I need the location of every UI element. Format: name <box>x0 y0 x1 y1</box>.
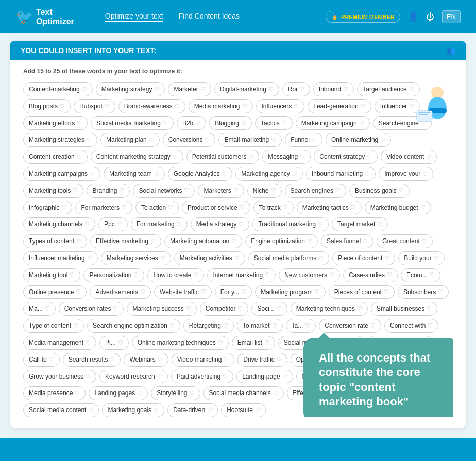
tag[interactable]: Social media channels♡ <box>203 386 284 400</box>
tag[interactable]: Marketing budget♡ <box>365 201 431 215</box>
tag[interactable]: Marketing techniques♡ <box>291 302 368 316</box>
tag[interactable]: Advertisements♡ <box>90 285 151 299</box>
tag[interactable]: Marketing success♡ <box>127 302 196 316</box>
tag[interactable]: Marketing tools♡ <box>23 184 83 198</box>
tag[interactable]: B2b♡ <box>177 116 206 130</box>
tag[interactable]: Improve your♡ <box>379 167 433 181</box>
tag[interactable]: Website traffic♡ <box>154 285 212 299</box>
tag[interactable]: Social media content♡ <box>23 403 99 417</box>
tag[interactable]: Pi...♡ <box>99 336 129 350</box>
tag[interactable]: Digital-marketing♡ <box>214 82 279 96</box>
tag[interactable]: Influencer♡ <box>375 99 420 113</box>
tag[interactable]: Hubspot♡ <box>74 99 115 113</box>
tag[interactable]: Marketing strategies♡ <box>23 133 97 147</box>
tag[interactable]: Soci...♡ <box>251 302 287 316</box>
tag[interactable]: Conversion rate♡ <box>319 319 381 333</box>
tag[interactable]: Content-creation♡ <box>23 150 88 164</box>
tag[interactable]: Roi♡ <box>282 82 310 96</box>
tag[interactable]: Online presence♡ <box>23 285 87 299</box>
tag[interactable]: Inbound marketing♡ <box>306 167 376 181</box>
tag[interactable]: Effective marketing♡ <box>90 234 161 248</box>
tag[interactable]: Media strategy♡ <box>191 217 250 231</box>
tag[interactable]: Marketing strategy♡ <box>96 82 165 96</box>
tag[interactable]: Landing-page♡ <box>236 370 293 384</box>
tag[interactable]: Type of content♡ <box>23 319 84 333</box>
tag[interactable]: Content marketing strategy♡ <box>91 150 183 164</box>
tag[interactable]: Branding♡ <box>87 184 130 198</box>
tag[interactable]: Google Analytics♡ <box>168 167 232 181</box>
tag[interactable]: How to create♡ <box>147 268 204 282</box>
tag[interactable]: Email-marketing♡ <box>218 133 282 147</box>
tag[interactable]: Ta...♡ <box>286 319 316 333</box>
tag[interactable]: Marketing services♡ <box>101 251 171 265</box>
tag[interactable]: Traditional marketing♡ <box>252 217 329 231</box>
tag[interactable]: Search-engine♡ <box>373 116 432 130</box>
tag[interactable]: To action♡ <box>135 201 179 215</box>
tag[interactable]: Piece of content♡ <box>332 251 395 265</box>
tag[interactable]: Target market♡ <box>332 217 388 231</box>
tag[interactable]: Webinars♡ <box>124 353 168 367</box>
tag[interactable]: Social networks♡ <box>133 184 195 198</box>
tag[interactable]: Email list♡ <box>232 336 275 350</box>
tag[interactable]: Marketing automation♡ <box>164 234 242 248</box>
logo[interactable]: 🐦 Text Optimizer <box>15 8 74 26</box>
nav-find-content[interactable]: Find Content Ideas <box>179 12 240 22</box>
tag[interactable]: Media presence♡ <box>23 386 86 400</box>
tag[interactable]: Search engines♡ <box>285 184 346 198</box>
tag[interactable]: Video marketing♡ <box>172 353 235 367</box>
tag[interactable]: Data-driven♡ <box>167 403 218 417</box>
tag[interactable]: Landing pages♡ <box>89 386 148 400</box>
tag[interactable]: Product or service♡ <box>182 201 250 215</box>
tag[interactable]: Ma...♡ <box>23 302 56 316</box>
tag[interactable]: Search results♡ <box>63 353 121 367</box>
tag[interactable]: Inbound♡ <box>313 82 354 96</box>
user-icon[interactable]: 👤 <box>408 12 418 22</box>
tag[interactable]: Online-marketing♡ <box>326 133 391 147</box>
tag[interactable]: Infographic♡ <box>23 201 72 215</box>
tag[interactable]: Video content♡ <box>381 150 437 164</box>
tag[interactable]: Build your♡ <box>398 251 444 265</box>
tag[interactable]: Brand-awareness♡ <box>118 99 185 113</box>
tag[interactable]: Subscribers♡ <box>398 285 449 299</box>
tag[interactable]: Messaging♡ <box>262 150 311 164</box>
tag[interactable]: Marketer♡ <box>168 82 211 96</box>
tag[interactable]: Marketing program♡ <box>255 285 326 299</box>
tag[interactable]: Engine optimization♡ <box>245 234 318 248</box>
tag[interactable]: Blog posts♡ <box>23 99 71 113</box>
tag[interactable]: Target audience♡ <box>357 82 419 96</box>
tag[interactable]: Potential customers♡ <box>186 150 259 164</box>
tag[interactable]: Call-to♡ <box>23 353 60 367</box>
tag[interactable]: Content-marketing♡ <box>23 82 93 96</box>
tag[interactable]: Blogging♡ <box>209 116 252 130</box>
tag[interactable]: Drive traffic♡ <box>237 353 287 367</box>
tag[interactable]: Pieces of content♡ <box>329 285 395 299</box>
tag[interactable]: Storytelling♡ <box>151 386 200 400</box>
tag[interactable]: Marketing plan♡ <box>100 133 160 147</box>
tag[interactable]: Marketing tactics♡ <box>297 201 362 215</box>
tag[interactable]: Marketing goals♡ <box>102 403 164 417</box>
tag[interactable]: Marketing campaigns♡ <box>23 167 100 181</box>
tag[interactable]: Marketers♡ <box>198 184 244 198</box>
tag[interactable]: Social media platforms♡ <box>248 251 329 265</box>
tag[interactable]: Conversion rates♡ <box>59 302 124 316</box>
tag[interactable]: Marketing activities♡ <box>174 251 245 265</box>
tag[interactable]: Hootsuite♡ <box>221 403 266 417</box>
tag[interactable]: For y...♡ <box>215 285 252 299</box>
nav-optimize[interactable]: Optimize your text <box>105 12 163 22</box>
tag[interactable]: New customers♡ <box>279 268 340 282</box>
tag[interactable]: Ppc♡ <box>98 217 128 231</box>
tag[interactable]: Internet marketing♡ <box>207 268 276 282</box>
tag[interactable]: Business goals♡ <box>349 184 410 198</box>
tag[interactable]: Small businesses♡ <box>371 302 437 316</box>
tag[interactable]: Competitor♡ <box>200 302 249 316</box>
tag[interactable]: Lead-generation♡ <box>308 99 371 113</box>
tag[interactable]: Niche♡ <box>247 184 282 198</box>
tag[interactable]: Retargeting♡ <box>183 319 234 333</box>
tag[interactable]: Funnel♡ <box>285 133 322 147</box>
tag[interactable]: Keyword research♡ <box>99 370 168 384</box>
tag[interactable]: Conversions♡ <box>163 133 216 147</box>
tag[interactable]: Case-studies♡ <box>343 268 398 282</box>
tag[interactable]: Ecom...♡ <box>401 268 440 282</box>
tag[interactable]: Influencers♡ <box>256 99 305 113</box>
tag[interactable]: Types of content♡ <box>23 234 87 248</box>
